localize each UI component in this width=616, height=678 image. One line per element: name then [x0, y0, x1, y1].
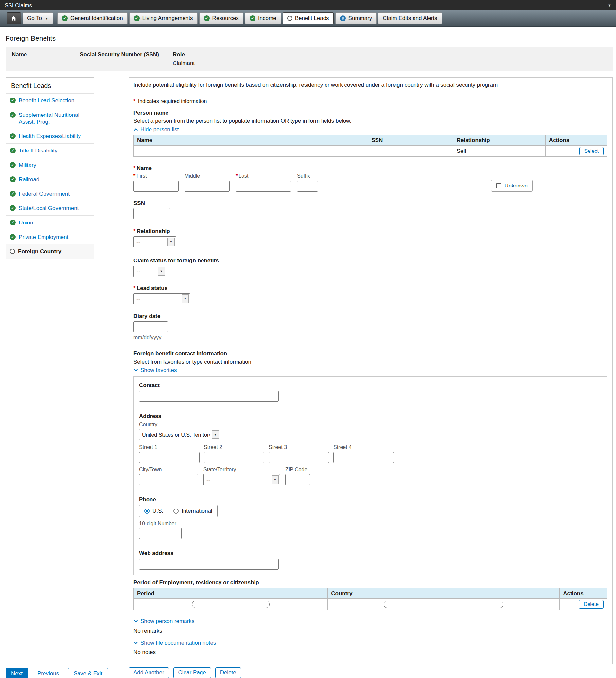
person-name-heading: Person name [133, 109, 607, 116]
phone-type-international-option[interactable]: International [168, 505, 217, 517]
unknown-checkbox-group[interactable]: Unknown [491, 180, 533, 192]
tab-label: Benefit Leads [295, 15, 329, 22]
person-row-relationship: Self [453, 146, 545, 157]
sidebar-item-private-employment[interactable]: ✓ Private Employment [6, 230, 93, 244]
col-header-period: Period [134, 588, 328, 599]
diary-date-format-hint: mm/dd/yyyy [133, 334, 607, 341]
unknown-checkbox[interactable] [496, 183, 501, 188]
country-select[interactable]: United States or U.S. Territory ▼ [139, 429, 220, 440]
chevron-down-icon [133, 640, 139, 645]
col-header-ssn: SSN [368, 135, 453, 146]
primary-nav: Go To ▼ ✓ General Identification ✓ Livin… [0, 10, 616, 27]
clear-page-button[interactable]: Clear Page [174, 667, 211, 678]
tab-claim-edits-and-alerts[interactable]: Claim Edits and Alerts [378, 12, 441, 24]
add-another-button[interactable]: Add Another [128, 667, 169, 678]
period-heading: Period of Employment, residency or citiz… [133, 579, 607, 586]
show-person-remarks-link[interactable]: Show person remarks [133, 618, 194, 625]
period-table: Period Country Actions Delete [133, 588, 607, 610]
titlebar-caret-down-icon[interactable]: ▼ [608, 2, 611, 9]
delete-button[interactable]: Delete [215, 667, 241, 678]
street3-label: Street 3 [269, 444, 329, 451]
person-name-label: Name [12, 51, 80, 58]
benefit-leads-sidebar: Benefit Leads ✓ Benefit Lead Selection ✓… [6, 77, 94, 259]
sidebar-item-federal-government[interactable]: ✓ Federal Government [6, 187, 93, 201]
tab-benefit-leads[interactable]: Benefit Leads [283, 12, 334, 24]
street2-input[interactable] [204, 452, 264, 463]
sidebar-item-title-ii-disability[interactable]: ✓ Title II Disability [6, 143, 93, 158]
show-favorites-link[interactable]: Show favorites [133, 367, 177, 374]
relationship-select[interactable]: -- ▼ [133, 236, 176, 248]
middle-name-input[interactable] [185, 181, 230, 192]
state-label: State/Territory [203, 466, 280, 473]
sidebar-item-benefit-lead-selection[interactable]: ✓ Benefit Lead Selection [6, 93, 93, 108]
link-label: Hide person list [140, 126, 179, 133]
select-arrow-icon: ▼ [158, 267, 165, 275]
status-in-progress-icon [340, 15, 346, 21]
status-complete-icon: ✓ [204, 15, 210, 21]
period-input[interactable] [192, 601, 270, 608]
required-asterisk: * [133, 99, 136, 104]
tab-income[interactable]: ✓ Income [245, 12, 281, 24]
first-name-input[interactable] [133, 181, 179, 192]
sidebar-item-union[interactable]: ✓ Union [6, 215, 93, 230]
tab-summary[interactable]: Summary [335, 12, 377, 24]
street1-input[interactable] [139, 452, 199, 463]
home-button[interactable] [6, 12, 21, 24]
period-country-input[interactable] [384, 601, 503, 608]
relationship-heading: *Relationship [133, 228, 607, 235]
person-row-name [134, 146, 368, 157]
chevron-down-icon [133, 368, 139, 373]
contact-info-instructions: Select from favorites or type contact in… [133, 358, 607, 365]
tab-resources[interactable]: ✓ Resources [199, 12, 243, 24]
city-input[interactable] [139, 474, 198, 485]
next-button[interactable]: Next [6, 668, 28, 678]
delete-period-button[interactable]: Delete [579, 600, 604, 609]
ssn-input[interactable] [133, 208, 170, 219]
zip-input[interactable] [285, 474, 310, 485]
hide-person-list-link[interactable]: Hide person list [133, 126, 179, 133]
street4-input[interactable] [333, 452, 394, 463]
diary-date-input[interactable] [133, 321, 168, 333]
street3-input[interactable] [269, 452, 329, 463]
status-complete-icon: ✓ [10, 220, 16, 225]
zip-label: ZIP Code [285, 466, 310, 473]
previous-button[interactable]: Previous [32, 668, 65, 678]
claim-status-select[interactable]: -- ▼ [133, 266, 166, 277]
last-name-input[interactable] [235, 181, 291, 192]
radio-selected-icon[interactable] [144, 509, 150, 514]
phone-type-us-option[interactable]: U.S. [139, 505, 168, 517]
tab-general-identification[interactable]: ✓ General Identification [57, 12, 127, 24]
phone-number-input[interactable] [139, 528, 182, 539]
state-select[interactable]: -- ▼ [203, 474, 280, 485]
status-current-icon [10, 249, 15, 254]
select-person-button[interactable]: Select [579, 147, 604, 155]
web-address-section: Web address [134, 544, 607, 575]
sidebar-item-railroad[interactable]: ✓ Railroad [6, 172, 93, 187]
sidebar-item-health-expenses[interactable]: ✓ Health Expenses/Liability [6, 129, 93, 143]
radio-unselected-icon[interactable] [174, 509, 179, 514]
show-file-documentation-notes-link[interactable]: Show file documentation notes [133, 639, 216, 646]
page-title: Foreign Benefits [6, 34, 616, 42]
contact-input[interactable] [139, 391, 279, 402]
link-label: Show favorites [140, 367, 177, 374]
status-complete-icon: ✓ [10, 162, 16, 168]
app-titlebar: SSI Claims ▼ [0, 0, 616, 10]
tab-label: Claim Edits and Alerts [383, 15, 437, 22]
sidebar-title: Benefit Leads [6, 78, 93, 93]
suffix-input[interactable] [297, 181, 318, 192]
sidebar-item-snap[interactable]: ✓ Supplemental Nutritional Assist. Prog. [6, 108, 93, 129]
goto-menu-button[interactable]: Go To ▼ [23, 12, 53, 24]
status-complete-icon: ✓ [249, 15, 256, 21]
person-role-label: Role [173, 51, 195, 58]
chevron-up-icon [133, 127, 139, 132]
street2-label: Street 2 [204, 444, 264, 451]
save-and-exit-button[interactable]: Save & Exit [68, 668, 108, 678]
web-address-input[interactable] [139, 559, 279, 570]
sidebar-item-state-local-government[interactable]: ✓ State/Local Government [6, 201, 93, 215]
sidebar-item-foreign-country[interactable]: Foreign Country [6, 244, 93, 259]
tab-label: General Identification [70, 15, 123, 22]
sidebar-item-military[interactable]: ✓ Military [6, 158, 93, 172]
tab-living-arrangements[interactable]: ✓ Living Arrangements [129, 12, 198, 24]
lead-status-select[interactable]: -- ▼ [133, 293, 190, 304]
form-intro: Include potential eligibility for foreig… [133, 81, 607, 88]
